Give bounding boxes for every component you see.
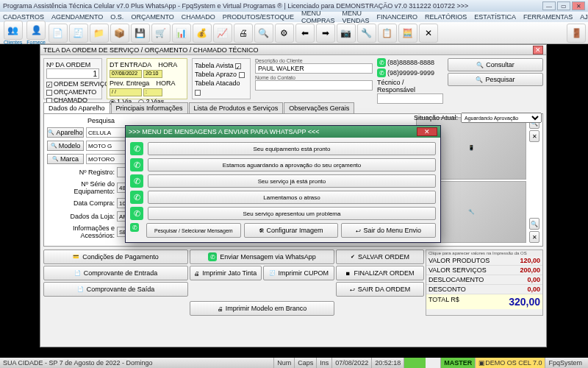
tb-21[interactable]: ✕ xyxy=(419,24,438,43)
modelo-button[interactable]: 🔍 Modelo xyxy=(47,141,84,151)
menu-ajuda[interactable]: AJUDA xyxy=(580,13,588,21)
pesquisar-button[interactable]: 🔍 Pesquisar xyxy=(448,73,543,86)
img-del-2[interactable]: ✕ xyxy=(529,231,539,243)
tb-20[interactable]: 🧮 xyxy=(398,24,417,43)
menu-orcamento[interactable]: ORÇAMENTO xyxy=(131,13,173,21)
dialog-close[interactable]: ✕ xyxy=(417,127,437,136)
close-button[interactable]: ✕ xyxy=(572,1,585,10)
menu-compras[interactable]: MENU COMPRAS xyxy=(301,10,335,24)
tb-4[interactable]: 🧾 xyxy=(69,24,88,43)
finalizar-ordem-button[interactable]: ⏹ FINALIZAR ORDEM xyxy=(336,266,424,280)
whatsapp-icon[interactable]: ✆ xyxy=(377,68,386,77)
dialog-header: >>> MENU DE MENSAGENS A ENVIAR PARA WHAT… xyxy=(126,126,440,138)
tb-15[interactable]: ⬅ xyxy=(295,24,315,43)
prev-entrega[interactable]: / / xyxy=(110,88,142,96)
tb-7[interactable]: 💾 xyxy=(131,24,150,43)
tb-19[interactable]: 📋 xyxy=(378,24,397,43)
pesquisar-msg-button[interactable]: Pesquisar / Selecionar Mensagem xyxy=(146,223,241,238)
config-imagem-button[interactable]: 🛠 Configurar Imagem xyxy=(244,223,339,238)
sair-menu-button[interactable]: ⮐ Sair do Menu Envio xyxy=(341,223,436,238)
tb-5[interactable]: 📁 xyxy=(90,24,109,43)
status-master: MASTER xyxy=(440,358,475,368)
status-brand: FpqSystem xyxy=(545,358,585,368)
situacao-row: Situação Atual: Aguardando Aprovação xyxy=(414,113,542,123)
hora-entrada[interactable]: 20:10 xyxy=(143,70,162,78)
tecnico-input[interactable] xyxy=(377,93,443,104)
dt-entrada[interactable]: 07/08/2022 xyxy=(110,70,142,78)
menu-relatorios[interactable]: RELATÓRIOS xyxy=(425,13,467,21)
tb-6[interactable]: 📦 xyxy=(110,24,129,43)
chk-atacado[interactable]: Tabela Atacado xyxy=(195,79,248,96)
tb-17[interactable]: 📷 xyxy=(337,24,356,43)
tab-produtos[interactable]: Lista de Produtos e Serviços xyxy=(189,102,284,113)
whatsapp-icon: ✆ xyxy=(130,207,143,220)
whatsapp-icon: ✆ xyxy=(130,223,139,232)
tb-clientes[interactable]: 👥 xyxy=(4,21,23,40)
menu-chamado[interactable]: CHAMADO xyxy=(182,13,215,21)
menu-os[interactable]: O.S. xyxy=(110,13,123,21)
chk-os[interactable]: ORDEM SERVIÇO xyxy=(46,80,112,88)
tb-exit[interactable]: 🚪 xyxy=(567,24,586,43)
os-window-close[interactable]: ✕ xyxy=(533,46,543,54)
tb-11[interactable]: 📈 xyxy=(213,24,232,43)
comp-entrada-button[interactable]: 📄 Comprovante de Entrada xyxy=(43,266,188,280)
menu-produtos[interactable]: PRODUTOS/ESTOQUE xyxy=(223,13,294,21)
imprimir-branco-button[interactable]: 🖨 Imprimir Modelo em Branco xyxy=(190,301,334,316)
tb-10[interactable]: 💰 xyxy=(193,24,212,43)
contato-input[interactable] xyxy=(255,80,373,91)
tb-14[interactable]: ⚙ xyxy=(275,24,294,43)
aparelho-button[interactable]: 🔍 Aparelho xyxy=(47,127,84,138)
tb-12[interactable]: 🖨 xyxy=(234,24,253,43)
menu-cadastros[interactable]: CADASTROS xyxy=(3,13,44,21)
situacao-select[interactable]: Aguardando Aprovação xyxy=(461,113,542,123)
cliente-input[interactable] xyxy=(255,63,373,74)
os-window-header: TELA DA ORDEM DE SERVIÇO / ORÇAMENTO / C… xyxy=(40,45,546,55)
minimize-button[interactable]: — xyxy=(542,1,556,10)
phone1: (88)88888-8888 xyxy=(387,59,434,66)
tb-8[interactable]: 🛒 xyxy=(151,24,171,43)
tab-obs[interactable]: Observações Gerais xyxy=(284,102,354,113)
tab-principais[interactable]: Principais Informações xyxy=(111,102,188,113)
tb-3[interactable]: 📄 xyxy=(49,24,68,43)
prev-hora[interactable]: : xyxy=(143,88,162,96)
chk-avista[interactable]: Tabela Avista xyxy=(195,61,248,70)
marca-button[interactable]: 🔍 Marca xyxy=(47,154,84,164)
chk-aprazo[interactable]: Tabela Aprazo xyxy=(195,70,248,79)
tb-fornece[interactable]: 👤 xyxy=(26,21,46,40)
maximize-button[interactable]: ▭ xyxy=(557,1,570,10)
img-del-1[interactable]: ✕ xyxy=(529,130,539,142)
deslocamento: 0,00 xyxy=(527,276,540,283)
imprimir-cupom-button[interactable]: 🧾 Imprimir CUPOM xyxy=(263,266,335,280)
msg-servico-pronto-button[interactable]: Seu serviço já está pronto xyxy=(148,174,436,188)
tb-13[interactable]: 🔍 xyxy=(254,24,273,43)
sair-ordem-button[interactable]: ⮐ SAIR DA ORDEM xyxy=(336,282,424,297)
tb-16[interactable]: ➡ xyxy=(316,24,335,43)
whatsapp-icon[interactable]: ✆ xyxy=(377,58,386,67)
cond-pagamento-button[interactable]: 💳 Condições de Pagamento xyxy=(43,250,188,264)
msg-aprovacao-button[interactable]: Estamos aguardando a aprovação do seu or… xyxy=(148,158,436,171)
chk-orc[interactable]: ORÇAMENTO xyxy=(46,88,112,96)
tb-9[interactable]: 📊 xyxy=(172,24,191,43)
msg-problema-button[interactable]: Seu serviço apresentou um problema xyxy=(148,207,436,220)
whatsapp-icon: ✆ xyxy=(130,174,143,188)
menu-financeiro[interactable]: FINANCEIRO xyxy=(376,13,417,21)
action-row: 💳 Condições de Pagamento 📄 Comprovante d… xyxy=(43,250,543,316)
tb-18[interactable]: 🔧 xyxy=(357,24,376,43)
menu-ferramentas[interactable]: FERRAMENTAS xyxy=(523,13,573,21)
date-box: DT ENTRADA HORA 07/08/202220:10 Prev. En… xyxy=(107,58,187,99)
whatsapp-icon: ✆ xyxy=(208,252,217,261)
msg-atraso-button[interactable]: Lamentamos o atraso xyxy=(148,191,436,204)
tab-dados-aparelho[interactable]: Dados do Aparelho xyxy=(43,102,110,113)
phone-box: ✆(88)88888-8888 ✆(98)99999-9999 Técnico … xyxy=(377,58,443,99)
comp-saida-button[interactable]: 📄 Comprovante de Saída xyxy=(43,282,188,297)
enviar-whatsapp-button[interactable]: ✆ Enviar Mensagem via WhatsApp xyxy=(190,250,334,264)
imprimir-jato-button[interactable]: 🖨 Imprimir Jato Tinta xyxy=(190,266,262,280)
menu-vendas[interactable]: MENU VENDAS xyxy=(342,10,369,24)
img-search-2[interactable]: 🔍 xyxy=(529,218,539,230)
salvar-ordem-button[interactable]: ✔ SALVAR ORDEM xyxy=(336,250,424,264)
menu-agendamento[interactable]: AGENDAMENTO xyxy=(51,13,103,21)
msg-pronto-button[interactable]: Seu equipamento está pronto xyxy=(148,142,436,155)
menu-estatistica[interactable]: ESTATÍSTICA xyxy=(474,13,516,21)
consultar-button[interactable]: 🔍 Consultar xyxy=(448,58,543,71)
ordem-input[interactable] xyxy=(46,68,99,79)
